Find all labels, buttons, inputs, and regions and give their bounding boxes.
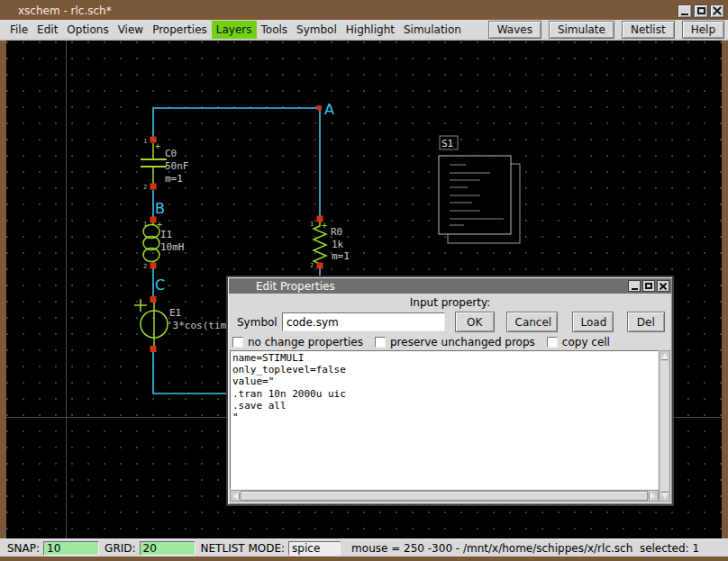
del-button[interactable]: Del — [627, 312, 666, 332]
schematic-canvas[interactable]: 1 2 + C0 50nF m=1 1 2 + I1 10mH — [6, 41, 722, 538]
polarity-plus: + — [155, 141, 160, 151]
menu-symbol[interactable]: Symbol — [292, 21, 341, 39]
wire-corner-marker — [317, 105, 323, 111]
netlist-button[interactable]: Netlist — [622, 21, 675, 39]
vertical-scrollbar[interactable] — [659, 350, 670, 502]
preserve-unchanged-props-checkbox[interactable] — [375, 337, 386, 348]
horizontal-scrollbar[interactable] — [230, 490, 659, 502]
close-icon — [660, 283, 667, 290]
statusbar: SNAP: GRID: NETLIST MODE: mouse = 250 -3… — [0, 538, 728, 556]
net-label-a[interactable]: A — [324, 101, 334, 118]
symbol-label: Symbol — [237, 316, 282, 329]
vertical-scrollbar-track[interactable] — [660, 361, 669, 491]
component-ref: E1 — [169, 307, 181, 319]
component-resistor-r0[interactable]: 1 2 + R0 1k m=1 — [310, 221, 350, 269]
pin-number: 1 — [143, 221, 147, 228]
mouse-status-text: mouse = 250 -300 - /mnt/x/home/schippes/… — [351, 542, 699, 555]
component-ref: C0 — [165, 148, 177, 159]
arrow-left-icon — [232, 493, 239, 500]
copy-cell-checkbox[interactable] — [547, 337, 558, 348]
close-button[interactable] — [710, 5, 724, 18]
dialog-titlebar[interactable]: Edit Properties — [229, 278, 671, 294]
menubar: File Edit Options View Properties Layers… — [0, 20, 728, 41]
menu-action-buttons: Waves Simulate Netlist Help — [488, 21, 724, 39]
symbol-input[interactable] — [282, 312, 445, 331]
netlist-mode-label: NETLIST MODE: — [201, 542, 286, 555]
xschem-window: xschem - rlc.sch* File Edit Options View… — [0, 0, 728, 561]
dialog-close-button[interactable] — [657, 280, 669, 292]
minimize-icon — [681, 14, 688, 15]
menu-simulation[interactable]: Simulation — [399, 21, 466, 39]
pin-number: 1 — [310, 221, 314, 228]
net-label-c[interactable]: C — [155, 276, 165, 294]
grid-input[interactable] — [140, 541, 196, 556]
waves-button[interactable]: Waves — [488, 21, 541, 39]
menu-file[interactable]: File — [5, 21, 32, 39]
menu-properties[interactable]: Properties — [148, 21, 212, 39]
horizontal-scrollbar-thumb[interactable] — [241, 491, 648, 501]
menu-highlight[interactable]: Highlight — [341, 21, 399, 39]
polarity-plus: + — [322, 221, 327, 231]
scroll-up-button[interactable] — [660, 351, 669, 361]
no-change-properties-option: no change properties — [232, 336, 363, 348]
window-bottom-border — [0, 556, 728, 561]
component-value: 10mH — [160, 241, 185, 253]
pin — [150, 217, 157, 223]
pin-number: 2 — [310, 262, 314, 269]
component-value: 50nF — [165, 160, 189, 172]
grid-label: GRID: — [105, 542, 135, 555]
pin — [150, 184, 157, 190]
menu-edit[interactable]: Edit — [32, 21, 62, 39]
menu-options[interactable]: Options — [62, 21, 113, 39]
cancel-button[interactable]: Cancel — [506, 312, 558, 332]
net-label-b[interactable]: B — [155, 200, 165, 217]
checkbox-label: preserve unchanged props — [390, 336, 535, 348]
maximize-button[interactable] — [694, 5, 708, 18]
checkbox-label: no change properties — [248, 336, 363, 348]
component-ref: R0 — [331, 226, 342, 238]
pin-number: 1 — [143, 138, 147, 145]
pin — [150, 296, 157, 303]
maximize-icon — [697, 7, 705, 14]
ok-button[interactable]: OK — [455, 312, 494, 332]
polarity-plus — [134, 299, 147, 312]
dialog-minimize-button[interactable] — [628, 280, 641, 292]
component-code-s1[interactable]: S1 — [439, 136, 520, 243]
menu-layers[interactable]: Layers — [212, 21, 257, 39]
checkbox-row: no change properties preserve unchanged … — [228, 336, 672, 351]
capacitor-plates — [141, 159, 167, 167]
dialog-heading: Input property: — [228, 294, 672, 310]
close-icon — [713, 6, 722, 15]
simulate-button[interactable]: Simulate — [549, 21, 614, 39]
help-button[interactable]: Help — [682, 21, 724, 39]
menu-tools[interactable]: Tools — [257, 21, 293, 39]
component-mult: m=1 — [165, 173, 183, 185]
minimize-button[interactable] — [678, 5, 692, 18]
properties-editor-area: name=STIMULI only_toplevel=false value="… — [230, 350, 670, 502]
component-ref: I1 — [160, 229, 172, 240]
scroll-left-button[interactable] — [231, 491, 241, 501]
arrow-up-icon — [661, 353, 669, 359]
dialog-maximize-button[interactable] — [642, 280, 655, 292]
pin — [150, 346, 157, 352]
component-inductor-l1[interactable]: 1 2 + I1 10mH — [143, 220, 185, 270]
dialog-title: Edit Properties — [256, 280, 626, 293]
checkbox-label: copy cell — [562, 336, 610, 348]
menu-view[interactable]: View — [114, 21, 148, 39]
edit-properties-dialog: Edit Properties Input property: Symbol O… — [226, 276, 674, 506]
preserve-unchanged-props-option: preserve unchanged props — [375, 336, 535, 348]
symbol-row: Symbol OK Cancel Load Del — [228, 310, 672, 336]
load-button[interactable]: Load — [572, 312, 614, 332]
pin — [150, 263, 157, 269]
pin — [317, 263, 323, 269]
scroll-right-button[interactable] — [648, 491, 658, 501]
copy-cell-option: copy cell — [547, 336, 610, 348]
component-capacitor-c0[interactable]: 1 2 + C0 50nF m=1 — [141, 138, 189, 191]
netlist-mode-input[interactable] — [288, 541, 341, 556]
snap-input[interactable] — [43, 541, 99, 556]
arrow-right-icon — [650, 493, 656, 500]
window-titlebar[interactable]: xschem - rlc.sch* — [0, 0, 728, 20]
scroll-down-button[interactable] — [660, 491, 669, 501]
properties-textarea[interactable]: name=STIMULI only_toplevel=false value="… — [230, 350, 659, 490]
no-change-properties-checkbox[interactable] — [232, 337, 243, 348]
